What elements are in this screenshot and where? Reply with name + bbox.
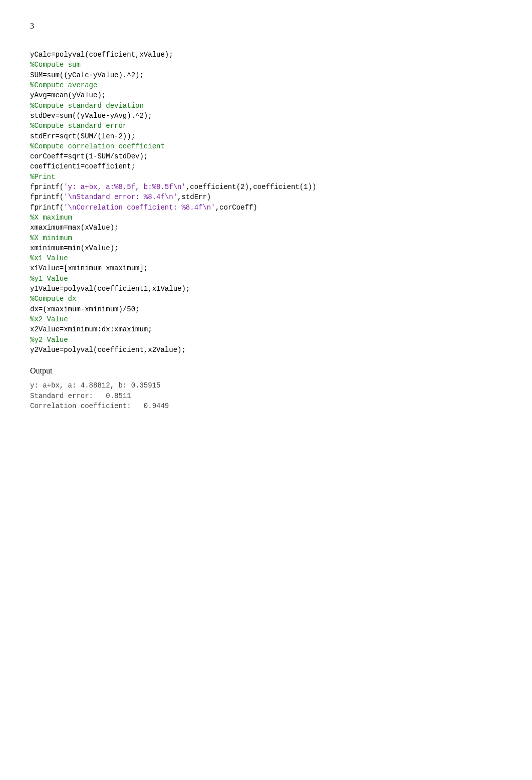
code-string: 'y: a+bx, a:%8.5f, b:%8.5f\n' <box>64 183 186 191</box>
code-line: %Compute dx <box>30 294 502 304</box>
output-line: Standard error: 0.8511 <box>30 392 131 400</box>
output-line: y: a+bx, a: 4.88812, b: 0.35915 <box>30 381 160 389</box>
code-text: x2Value=xminimum:dx:xmaximum; <box>30 325 152 333</box>
code-line: fprintf('\nCorrelation coefficient: %8.4… <box>30 203 502 213</box>
code-line: stdDev=sum((yValue-yAvg).^2); <box>30 111 502 121</box>
code-line: xminimum=min(xValue); <box>30 243 502 253</box>
code-text: stdErr=sqrt(SUM/(len-2)); <box>30 132 135 140</box>
code-text: coefficient1=coefficient; <box>30 162 135 170</box>
page-number: 3 <box>30 20 502 32</box>
code-comment: %X maximum <box>30 214 72 222</box>
code-comment: %Compute standard deviation <box>30 102 144 110</box>
code-text: y2Value=polyval(coefficient,x2Value); <box>30 346 186 354</box>
code-string: '\nStandard error: %8.4f\n' <box>64 193 177 201</box>
code-comment: %X minimum <box>30 234 72 242</box>
code-text: ,coefficient(2),coefficient(1)) <box>186 183 316 191</box>
output-block: y: a+bx, a: 4.88812, b: 0.35915 Standard… <box>30 380 502 411</box>
code-line: %x1 Value <box>30 253 502 263</box>
code-line: fprintf('y: a+bx, a:%8.5f, b:%8.5f\n',co… <box>30 182 502 192</box>
code-comment: %Compute dx <box>30 295 76 303</box>
code-line: corCoeff=sqrt(1-SUM/stdDev); <box>30 151 502 161</box>
code-line: yCalc=polyval(coefficient,xValue); <box>30 50 502 60</box>
output-line: Correlation coefficient: 0.9449 <box>30 402 169 410</box>
code-comment: %y1 Value <box>30 275 68 283</box>
code-line: %Compute average <box>30 80 502 90</box>
code-block: yCalc=polyval(coefficient,xValue);%Compu… <box>30 50 502 355</box>
code-line: x1Value=[xminimum xmaximum]; <box>30 263 502 273</box>
code-comment: %Compute correlation coefficient <box>30 142 165 150</box>
code-comment: %Compute sum <box>30 61 81 69</box>
code-line: %Compute standard error <box>30 121 502 131</box>
code-text: fprintf( <box>30 183 64 191</box>
code-text: fprintf( <box>30 193 64 201</box>
code-line: coefficient1=coefficient; <box>30 161 502 171</box>
code-comment: %Compute average <box>30 81 97 89</box>
code-line: %Compute correlation coefficient <box>30 141 502 151</box>
code-text: ,stdErr) <box>177 193 211 201</box>
output-heading: Output <box>30 365 502 376</box>
code-comment: %y2 Value <box>30 336 68 344</box>
code-text: dx=(xmaximum-xminimum)/50; <box>30 305 139 313</box>
code-text: xmaximum=max(xValue); <box>30 224 118 232</box>
code-line: y2Value=polyval(coefficient,x2Value); <box>30 345 502 355</box>
code-line: %x2 Value <box>30 314 502 324</box>
code-comment: %x2 Value <box>30 315 68 323</box>
code-comment: %Compute standard error <box>30 122 127 130</box>
code-text: yCalc=polyval(coefficient,xValue); <box>30 51 173 59</box>
code-text: xminimum=min(xValue); <box>30 244 118 252</box>
code-line: %Compute sum <box>30 60 502 70</box>
code-line: %X minimum <box>30 233 502 243</box>
code-line: fprintf('\nStandard error: %8.4f\n',stdE… <box>30 192 502 202</box>
code-line: %Compute standard deviation <box>30 101 502 111</box>
code-line: xmaximum=max(xValue); <box>30 223 502 233</box>
code-text: stdDev=sum((yValue-yAvg).^2); <box>30 112 152 120</box>
code-line: yAvg=mean(yValue); <box>30 90 502 100</box>
code-line: stdErr=sqrt(SUM/(len-2)); <box>30 131 502 141</box>
code-text: corCoeff=sqrt(1-SUM/stdDev); <box>30 152 148 160</box>
code-text: x1Value=[xminimum xmaximum]; <box>30 264 148 272</box>
code-line: %y2 Value <box>30 335 502 345</box>
code-line: %Print <box>30 172 502 182</box>
code-text: SUM=sum((yCalc-yValue).^2); <box>30 71 144 79</box>
code-line: %X maximum <box>30 213 502 223</box>
code-text: fprintf( <box>30 204 64 212</box>
code-comment: %x1 Value <box>30 254 68 262</box>
code-text: y1Value=polyval(coefficient1,x1Value); <box>30 285 190 293</box>
code-text: ,corCoeff) <box>215 204 257 212</box>
code-line: dx=(xmaximum-xminimum)/50; <box>30 304 502 314</box>
code-text: yAvg=mean(yValue); <box>30 91 106 99</box>
code-line: %y1 Value <box>30 274 502 284</box>
code-line: y1Value=polyval(coefficient1,x1Value); <box>30 284 502 294</box>
code-string: '\nCorrelation coefficient: %8.4f\n' <box>64 204 215 212</box>
code-comment: %Print <box>30 173 55 181</box>
code-line: SUM=sum((yCalc-yValue).^2); <box>30 70 502 80</box>
code-line: x2Value=xminimum:dx:xmaximum; <box>30 324 502 334</box>
